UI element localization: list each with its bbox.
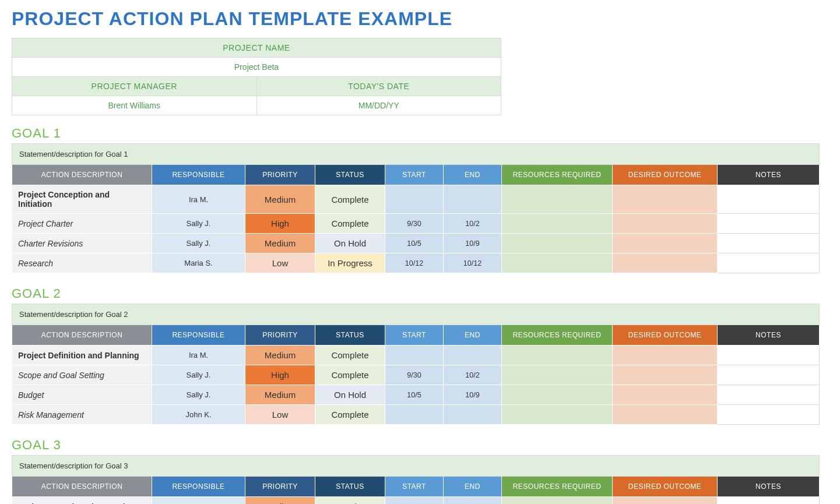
table-row: ResearchMaria S.LowIn Progress10/1210/12 xyxy=(12,253,820,273)
cell-outcome xyxy=(613,214,718,234)
goal-table: Statement/description for Goal 3ACTION D… xyxy=(12,455,820,504)
cell-start xyxy=(385,185,444,214)
column-header-start: START xyxy=(385,325,444,346)
cell-start xyxy=(385,405,444,425)
column-header-resources: RESOURCES REQUIRED xyxy=(502,325,613,346)
cell-responsible: John K. xyxy=(152,497,245,505)
cell-outcome xyxy=(613,234,718,253)
cell-action: Project Definition and Planning xyxy=(12,346,152,365)
cell-priority: High xyxy=(245,214,315,234)
cell-end xyxy=(444,497,502,505)
column-header-status: STATUS xyxy=(315,325,385,346)
cell-status: Complete xyxy=(315,497,385,505)
cell-end: 10/2 xyxy=(444,214,502,234)
cell-priority: Medium xyxy=(245,346,315,365)
goal-table: Statement/description for Goal 1ACTION D… xyxy=(12,143,820,273)
column-header-resources: RESOURCES REQUIRED xyxy=(502,165,613,185)
column-header-status: STATUS xyxy=(315,477,385,497)
cell-priority: High xyxy=(245,365,315,385)
cell-priority: Medium xyxy=(245,234,315,253)
cell-resources xyxy=(502,234,613,253)
cell-responsible: Ira M. xyxy=(152,346,245,365)
column-header-action: ACTION DESCRIPTION xyxy=(12,165,152,185)
cell-responsible: Sally J. xyxy=(152,385,245,405)
cell-action: Budget xyxy=(12,385,152,405)
column-header-responsible: RESPONSIBLE xyxy=(152,325,245,346)
goal-title: GOAL 1 xyxy=(12,126,828,141)
cell-status: Complete xyxy=(315,346,385,365)
cell-priority: Medium xyxy=(245,497,315,505)
cell-start xyxy=(385,346,444,365)
cell-notes xyxy=(718,365,820,385)
cell-outcome xyxy=(613,346,718,365)
cell-outcome xyxy=(613,365,718,385)
cell-start: 10/5 xyxy=(385,234,444,253)
cell-start xyxy=(385,497,444,505)
table-row: Project Conception and InitiationIra M.M… xyxy=(12,185,820,214)
cell-resources xyxy=(502,253,613,273)
cell-start: 9/30 xyxy=(385,365,444,385)
column-header-notes: NOTES xyxy=(718,477,820,497)
cell-notes xyxy=(718,346,820,365)
cell-action: Scope and Goal Setting xyxy=(12,365,152,385)
column-header-end: END xyxy=(444,325,502,346)
column-header-status: STATUS xyxy=(315,165,385,185)
column-header-priority: PRIORITY xyxy=(245,325,315,346)
cell-responsible: John K. xyxy=(152,405,245,425)
cell-resources xyxy=(502,405,613,425)
cell-responsible: Ira M. xyxy=(152,185,245,214)
page-title: PROJECT ACTION PLAN TEMPLATE EXAMPLE xyxy=(12,8,828,30)
cell-status: Complete xyxy=(315,214,385,234)
column-header-responsible: RESPONSIBLE xyxy=(152,165,245,185)
cell-end xyxy=(444,185,502,214)
column-header-outcome: DESIRED OUTCOME xyxy=(613,165,718,185)
cell-end: 10/12 xyxy=(444,253,502,273)
column-header-priority: PRIORITY xyxy=(245,165,315,185)
cell-resources xyxy=(502,365,613,385)
cell-action: Risk Management xyxy=(12,405,152,425)
cell-end: 10/2 xyxy=(444,365,502,385)
goal-statement: Statement/description for Goal 2 xyxy=(12,304,820,325)
table-row: Risk ManagementJohn K.LowComplete xyxy=(12,405,820,425)
cell-priority: Medium xyxy=(245,385,315,405)
column-header-responsible: RESPONSIBLE xyxy=(152,477,245,497)
cell-outcome xyxy=(613,497,718,505)
cell-priority: Medium xyxy=(245,185,315,214)
goal-title: GOAL 3 xyxy=(12,438,828,453)
date-label: TODAY'S DATE xyxy=(256,77,501,96)
cell-responsible: Sally J. xyxy=(152,214,245,234)
cell-priority: Low xyxy=(245,405,315,425)
cell-status: On Hold xyxy=(315,385,385,405)
cell-action: Project Conception and Initiation xyxy=(12,185,152,214)
goal-statement: Statement/description for Goal 1 xyxy=(12,144,820,165)
cell-responsible: Sally J. xyxy=(152,365,245,385)
table-row: Project Launch and ExecutionJohn K.Mediu… xyxy=(12,497,820,505)
cell-resources xyxy=(502,214,613,234)
cell-outcome xyxy=(613,405,718,425)
cell-resources xyxy=(502,346,613,365)
cell-end xyxy=(444,405,502,425)
cell-resources xyxy=(502,185,613,214)
cell-action: Charter Revisions xyxy=(12,234,152,253)
cell-resources xyxy=(502,385,613,405)
cell-action: Project Charter xyxy=(12,214,152,234)
cell-status: Complete xyxy=(315,365,385,385)
column-header-outcome: DESIRED OUTCOME xyxy=(613,325,718,346)
project-info-table: PROJECT NAME Project Beta PROJECT MANAGE… xyxy=(12,38,501,115)
cell-start: 9/30 xyxy=(385,214,444,234)
table-row: Project CharterSally J.HighComplete9/301… xyxy=(12,214,820,234)
cell-start: 10/5 xyxy=(385,385,444,405)
date-value: MM/DD/YY xyxy=(256,96,501,115)
table-row: BudgetSally J.MediumOn Hold10/510/9 xyxy=(12,385,820,405)
column-header-end: END xyxy=(444,477,502,497)
column-header-notes: NOTES xyxy=(718,325,820,346)
table-row: Charter RevisionsSally J.MediumOn Hold10… xyxy=(12,234,820,253)
cell-status: Complete xyxy=(315,185,385,214)
project-name-value: Project Beta xyxy=(12,58,501,77)
column-header-resources: RESOURCES REQUIRED xyxy=(502,477,613,497)
cell-end xyxy=(444,346,502,365)
column-header-end: END xyxy=(444,165,502,185)
column-header-outcome: DESIRED OUTCOME xyxy=(613,477,718,497)
cell-start: 10/12 xyxy=(385,253,444,273)
cell-outcome xyxy=(613,253,718,273)
